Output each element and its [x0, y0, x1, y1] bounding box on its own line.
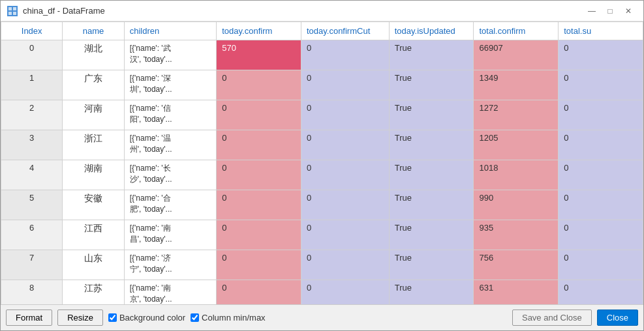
bg-color-checkbox[interactable] — [108, 313, 117, 322]
table-row: 6 江西 [{'name': '南昌', 'today'... 0 0 True… — [1, 220, 643, 250]
save-close-button[interactable]: Save and Close — [512, 309, 592, 326]
cell-total-su: 0 — [559, 280, 643, 305]
resize-button[interactable]: Resize — [57, 309, 103, 326]
cell-today-confirm-cut: 0 — [301, 280, 389, 305]
cell-total-confirm: 631 — [474, 280, 559, 305]
table-scroll-area[interactable]: Index name children today.confirm today.… — [1, 22, 643, 304]
cell-today-confirm-cut: 0 — [301, 70, 389, 100]
svg-rect-1 — [13, 7, 16, 10]
table-row: 5 安徽 [{'name': '合肥', 'today'... 0 0 True… — [1, 190, 643, 220]
bg-color-checkbox-label[interactable]: Background color — [108, 313, 185, 323]
cell-index: 6 — [1, 220, 63, 250]
table-row: 7 山东 [{'name': '济宁', 'today'... 0 0 True… — [1, 250, 643, 280]
cell-total-confirm: 1018 — [474, 160, 559, 190]
window-title: china_df - DataFrame — [23, 6, 105, 16]
close-button[interactable]: Close — [597, 309, 638, 326]
col-minmax-checkbox[interactable] — [191, 313, 199, 322]
svg-rect-2 — [8, 12, 12, 15]
cell-today-is-updated: True — [389, 40, 474, 70]
cell-children: [{'name': '南京', 'today'... — [124, 280, 217, 305]
cell-today-confirm-cut: 0 — [301, 220, 389, 250]
cell-name: 江苏 — [63, 280, 124, 305]
table-wrapper: Index name children today.confirm today.… — [1, 22, 643, 304]
cell-today-is-updated: True — [389, 70, 474, 100]
title-bar: china_df - DataFrame — □ ✕ — [1, 1, 643, 22]
cell-total-confirm: 756 — [474, 250, 559, 280]
col-header-total-su: total.su — [559, 22, 643, 40]
svg-rect-3 — [13, 12, 16, 15]
cell-today-is-updated: True — [389, 280, 474, 305]
cell-name: 浙江 — [63, 130, 124, 160]
cell-today-confirm-cut: 0 — [301, 250, 389, 280]
table-row: 8 江苏 [{'name': '南京', 'today'... 0 0 True… — [1, 280, 643, 305]
table-row: 2 河南 [{'name': '信阳', 'today'... 0 0 True… — [1, 100, 643, 130]
cell-total-su: 0 — [559, 70, 643, 100]
bg-color-label: Background color — [119, 313, 185, 323]
cell-today-confirm: 0 — [217, 280, 301, 305]
minimize-button[interactable]: — — [583, 5, 600, 18]
cell-name: 安徽 — [63, 190, 124, 220]
cell-name: 山东 — [63, 250, 124, 280]
cell-today-confirm: 0 — [217, 130, 301, 160]
cell-today-confirm: 0 — [217, 160, 301, 190]
cell-total-su: 0 — [559, 100, 643, 130]
col-header-today-confirm: today.confirm — [217, 22, 301, 40]
format-button[interactable]: Format — [6, 309, 52, 326]
col-header-name: name — [63, 22, 124, 40]
window-close-button[interactable]: ✕ — [620, 5, 637, 18]
cell-total-confirm: 1349 — [474, 70, 559, 100]
cell-name: 湖南 — [63, 160, 124, 190]
table-row: 1 广东 [{'name': '深圳', 'today'... 0 0 True… — [1, 70, 643, 100]
cell-today-confirm: 0 — [217, 100, 301, 130]
cell-today-is-updated: True — [389, 130, 474, 160]
cell-today-is-updated: True — [389, 100, 474, 130]
svg-rect-0 — [8, 7, 12, 10]
col-header-index: Index — [1, 22, 63, 40]
cell-children: [{'name': '温州', 'today'... — [124, 130, 217, 160]
cell-name: 湖北 — [63, 40, 124, 70]
data-table: Index name children today.confirm today.… — [1, 22, 643, 304]
cell-total-su: 0 — [559, 160, 643, 190]
cell-today-is-updated: True — [389, 220, 474, 250]
col-header-children: children — [124, 22, 217, 40]
cell-today-confirm-cut: 0 — [301, 160, 389, 190]
cell-name: 广东 — [63, 70, 124, 100]
table-row: 0 湖北 [{'name': '武汉', 'today'... 570 0 Tr… — [1, 40, 643, 70]
title-bar-left: china_df - DataFrame — [7, 6, 105, 16]
cell-total-confirm: 66907 — [474, 40, 559, 70]
cell-index: 2 — [1, 100, 63, 130]
table-row: 3 浙江 [{'name': '温州', 'today'... 0 0 True… — [1, 130, 643, 160]
cell-total-confirm: 935 — [474, 220, 559, 250]
cell-index: 4 — [1, 160, 63, 190]
col-minmax-label: Column min/max — [202, 313, 266, 323]
cell-total-su: 0 — [559, 130, 643, 160]
cell-children: [{'name': '信阳', 'today'... — [124, 100, 217, 130]
cell-index: 7 — [1, 250, 63, 280]
cell-today-confirm-cut: 0 — [301, 100, 389, 130]
cell-children: [{'name': '武汉', 'today'... — [124, 40, 217, 70]
table-row: 4 湖南 [{'name': '长沙', 'today'... 0 0 True… — [1, 160, 643, 190]
cell-today-confirm: 0 — [217, 250, 301, 280]
table-header-row: Index name children today.confirm today.… — [1, 22, 643, 40]
app-icon — [7, 6, 18, 16]
maximize-button[interactable]: □ — [602, 5, 619, 18]
cell-today-confirm-cut: 0 — [301, 190, 389, 220]
cell-total-su: 0 — [559, 220, 643, 250]
cell-total-su: 0 — [559, 190, 643, 220]
cell-children: [{'name': '南昌', 'today'... — [124, 220, 217, 250]
cell-today-confirm: 570 — [217, 40, 301, 70]
cell-index: 3 — [1, 130, 63, 160]
cell-today-is-updated: True — [389, 250, 474, 280]
title-controls: — □ ✕ — [583, 5, 637, 18]
cell-index: 0 — [1, 40, 63, 70]
cell-total-su: 0 — [559, 250, 643, 280]
cell-today-confirm-cut: 0 — [301, 130, 389, 160]
col-header-today-confirm-cut: today.confirmCut — [301, 22, 389, 40]
cell-children: [{'name': '合肥', 'today'... — [124, 190, 217, 220]
main-window: china_df - DataFrame — □ ✕ Index name ch… — [0, 0, 644, 331]
col-minmax-checkbox-label[interactable]: Column min/max — [191, 313, 266, 323]
cell-index: 8 — [1, 280, 63, 305]
cell-today-confirm: 0 — [217, 190, 301, 220]
cell-total-confirm: 1205 — [474, 130, 559, 160]
cell-name: 江西 — [63, 220, 124, 250]
